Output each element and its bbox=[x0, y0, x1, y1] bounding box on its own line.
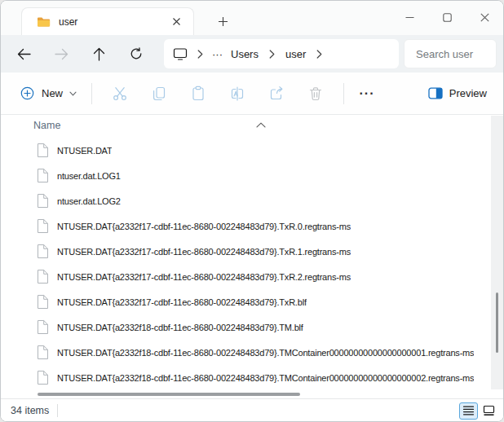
file-explorer-window: user bbox=[0, 0, 504, 422]
toolbar-divider bbox=[91, 83, 92, 104]
minimize-icon bbox=[405, 13, 414, 22]
file-name: NTUSER.DAT{a2332f17-cdbf-11ec-8680-00224… bbox=[57, 272, 351, 282]
preview-toggle[interactable]: Preview bbox=[423, 79, 492, 108]
file-icon bbox=[37, 294, 49, 310]
file-icon bbox=[37, 244, 49, 259]
vertical-scrollbar-thumb[interactable] bbox=[496, 292, 498, 353]
file-row[interactable]: NTUSER.DAT{a2332f18-cdbf-11ec-8680-00224… bbox=[1, 314, 490, 340]
more-button[interactable]: ··· bbox=[352, 79, 382, 108]
chevron-down-icon bbox=[69, 91, 77, 96]
breadcrumb-item-users[interactable]: Users bbox=[228, 46, 262, 62]
preview-pane-icon bbox=[428, 87, 443, 99]
close-icon bbox=[480, 13, 489, 22]
refresh-button[interactable] bbox=[123, 41, 149, 67]
content-view-icon bbox=[483, 405, 495, 416]
file-row[interactable]: NTUSER.DAT{a2332f17-cdbf-11ec-8680-00224… bbox=[1, 213, 490, 239]
file-list: NTUSER.DAT ntuser.dat.LOG1 ntuser.dat.LO… bbox=[1, 138, 490, 390]
file-row[interactable]: ntuser.dat.LOG2 bbox=[1, 188, 490, 213]
copy-icon bbox=[151, 86, 167, 102]
file-icon bbox=[37, 168, 49, 183]
more-icon: ··· bbox=[360, 86, 375, 101]
file-icon bbox=[37, 319, 49, 335]
chevron-right-icon bbox=[269, 50, 275, 59]
tab-user[interactable]: user bbox=[21, 7, 194, 35]
file-name: NTUSER.DAT{a2332f17-cdbf-11ec-8680-00224… bbox=[57, 222, 351, 231]
content-view-button[interactable] bbox=[480, 402, 498, 420]
window-controls bbox=[391, 1, 503, 33]
minimize-button[interactable] bbox=[391, 1, 428, 33]
titlebar: user bbox=[1, 1, 503, 35]
details-view-icon bbox=[462, 405, 475, 416]
folder-icon bbox=[37, 16, 51, 28]
view-buttons bbox=[458, 402, 498, 420]
file-row[interactable]: NTUSER.DAT{a2332f17-cdbf-11ec-8680-00224… bbox=[1, 289, 490, 314]
file-name: ntuser.dat.LOG2 bbox=[57, 196, 121, 206]
file-icon bbox=[37, 193, 49, 209]
new-button[interactable]: New bbox=[14, 80, 83, 108]
new-tab-button[interactable] bbox=[211, 10, 234, 33]
file-row[interactable]: NTUSER.DAT{a2332f17-cdbf-11ec-8680-00224… bbox=[1, 264, 490, 289]
forward-icon bbox=[55, 48, 69, 60]
breadcrumb-ellipsis[interactable]: ··· bbox=[210, 48, 224, 60]
file-icon bbox=[37, 143, 49, 158]
paste-button[interactable] bbox=[183, 79, 214, 108]
file-row[interactable]: NTUSER.DAT{a2332f18-cdbf-11ec-8680-00224… bbox=[1, 340, 490, 365]
file-row[interactable]: NTUSER.DAT bbox=[1, 138, 490, 163]
search-box bbox=[404, 39, 497, 68]
share-button[interactable] bbox=[261, 79, 292, 108]
breadcrumb-item-user[interactable]: user bbox=[282, 46, 309, 62]
maximize-button[interactable] bbox=[428, 1, 466, 33]
cut-button[interactable] bbox=[104, 79, 135, 108]
paste-icon bbox=[190, 86, 206, 102]
rename-button[interactable] bbox=[222, 79, 253, 108]
column-header-name[interactable]: Name bbox=[33, 120, 60, 131]
delete-button[interactable] bbox=[300, 79, 331, 108]
plus-icon bbox=[218, 16, 228, 27]
file-icon bbox=[37, 370, 49, 385]
file-name: NTUSER.DAT{a2332f18-cdbf-11ec-8680-00224… bbox=[57, 323, 303, 332]
file-name: NTUSER.DAT{a2332f17-cdbf-11ec-8680-00224… bbox=[57, 247, 351, 257]
item-count: 34 items bbox=[11, 405, 49, 416]
file-icon bbox=[37, 345, 49, 360]
this-pc-icon[interactable] bbox=[170, 44, 190, 64]
maximize-icon bbox=[443, 13, 452, 22]
tab-title: user bbox=[59, 16, 167, 28]
chevron-right-icon bbox=[197, 50, 203, 59]
cut-icon bbox=[112, 86, 128, 102]
breadcrumb: ··· Users user bbox=[164, 39, 399, 68]
back-button[interactable] bbox=[11, 41, 37, 67]
file-row[interactable]: NTUSER.DAT{a2332f18-cdbf-11ec-8680-00224… bbox=[1, 365, 490, 390]
file-row[interactable]: NTUSER.DAT{a2332f17-cdbf-11ec-8680-00224… bbox=[1, 239, 490, 264]
file-row[interactable]: ntuser.dat.LOG1 bbox=[1, 163, 490, 188]
horizontal-scrollbar-thumb[interactable] bbox=[38, 393, 300, 396]
file-name: NTUSER.DAT{a2332f18-cdbf-11ec-8680-00224… bbox=[57, 373, 474, 383]
plus-circle-icon bbox=[20, 86, 34, 100]
toolbar-divider bbox=[343, 83, 344, 104]
command-toolbar: New bbox=[1, 73, 503, 115]
up-button[interactable] bbox=[86, 41, 112, 67]
vertical-scrollbar[interactable] bbox=[491, 116, 503, 389]
file-icon bbox=[37, 218, 49, 234]
close-window-button[interactable] bbox=[466, 1, 503, 33]
file-icon bbox=[37, 269, 49, 284]
preview-label: Preview bbox=[449, 87, 487, 99]
file-name: NTUSER.DAT bbox=[57, 146, 112, 156]
refresh-icon bbox=[130, 47, 143, 60]
file-name: ntuser.dat.LOG1 bbox=[57, 171, 121, 181]
chevron-right-icon bbox=[316, 50, 322, 59]
rename-icon bbox=[229, 86, 245, 102]
forward-button[interactable] bbox=[48, 41, 74, 67]
sort-ascending-icon bbox=[256, 116, 266, 131]
trash-icon bbox=[307, 86, 324, 102]
close-icon bbox=[172, 17, 181, 26]
back-icon bbox=[17, 48, 31, 60]
navigation-bar: ··· Users user bbox=[1, 35, 503, 73]
statusbar: 34 items bbox=[1, 398, 503, 422]
file-name: NTUSER.DAT{a2332f18-cdbf-11ec-8680-00224… bbox=[57, 348, 474, 358]
search-input[interactable] bbox=[414, 47, 486, 61]
share-icon bbox=[268, 86, 285, 102]
file-name: NTUSER.DAT{a2332f17-cdbf-11ec-8680-00224… bbox=[57, 297, 307, 307]
copy-button[interactable] bbox=[144, 79, 175, 108]
tab-close-button[interactable] bbox=[167, 13, 185, 31]
details-view-button[interactable] bbox=[459, 402, 478, 420]
